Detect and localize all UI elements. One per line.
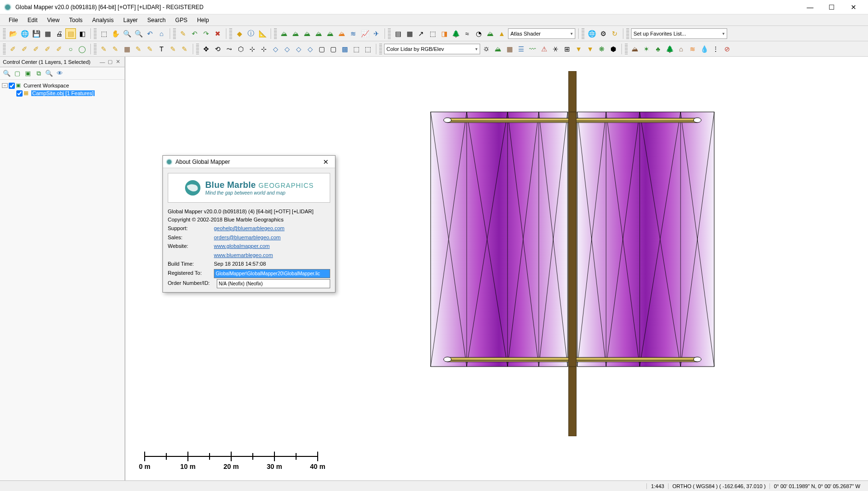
- toolbar-grip[interactable]: [3, 28, 6, 39]
- lidar7-icon[interactable]: ⚹: [550, 44, 561, 54]
- cc-group-icon[interactable]: ▣: [23, 69, 33, 78]
- lidar9-icon[interactable]: ❋: [596, 44, 607, 54]
- terrain1-icon[interactable]: ⛰: [279, 28, 289, 39]
- filter1-icon[interactable]: ▼: [573, 44, 584, 54]
- terrain3-icon[interactable]: ⛰: [302, 28, 312, 39]
- class7-icon[interactable]: 💧: [699, 44, 709, 54]
- tree-layer-item[interactable]: − ▦ CampSite.obj [1 Features]: [2, 89, 123, 97]
- about-close-button[interactable]: ✕: [320, 156, 332, 168]
- lidar10-icon[interactable]: ⬢: [608, 44, 619, 54]
- grid2-icon[interactable]: ▦: [404, 28, 415, 39]
- tree-checkbox[interactable]: [16, 90, 23, 97]
- about-website-link2[interactable]: www.bluemarblegeo.com: [214, 251, 273, 259]
- select1-icon[interactable]: ◇: [270, 44, 281, 54]
- class2-icon[interactable]: ✶: [641, 44, 652, 54]
- projection-icon[interactable]: ◧: [77, 28, 87, 39]
- edit6-icon[interactable]: ✎: [179, 44, 190, 54]
- lidar4-icon[interactable]: ☰: [516, 44, 526, 54]
- open-icon[interactable]: 📂: [8, 28, 18, 39]
- configure-icon[interactable]: ▤: [65, 28, 76, 39]
- terrain4-icon[interactable]: ⛰: [313, 28, 324, 39]
- refresh-icon[interactable]: ↻: [609, 28, 620, 39]
- class9-icon[interactable]: ⊘: [722, 44, 732, 54]
- toolbar-grip[interactable]: [625, 44, 628, 54]
- class4-icon[interactable]: 🌲: [664, 44, 675, 54]
- draw-line-icon[interactable]: ✐: [19, 44, 30, 54]
- toolbar-grip[interactable]: [379, 44, 382, 54]
- toolbar-grip[interactable]: [94, 44, 97, 54]
- edit5-icon[interactable]: ✎: [168, 44, 178, 54]
- menu-gps[interactable]: GPS: [171, 15, 192, 25]
- toolbar-grip[interactable]: [229, 28, 232, 39]
- rotate-icon[interactable]: ⟲: [212, 44, 223, 54]
- plane-icon[interactable]: ✈: [371, 28, 382, 39]
- lidar3-icon[interactable]: ▦: [504, 44, 515, 54]
- text-icon[interactable]: T: [156, 44, 167, 54]
- home-icon[interactable]: ⌂: [156, 28, 167, 39]
- menu-view[interactable]: View: [42, 15, 64, 25]
- globe2-icon[interactable]: 🌐: [586, 28, 597, 39]
- waves-icon[interactable]: ≈: [462, 28, 472, 39]
- info-icon[interactable]: ⓘ: [246, 28, 256, 39]
- draw-point-icon[interactable]: ✐: [8, 44, 18, 54]
- class6-icon[interactable]: ≋: [687, 44, 698, 54]
- gear-icon[interactable]: ⚙: [598, 28, 608, 39]
- shader-icon[interactable]: ▲: [496, 28, 507, 39]
- crop1-icon[interactable]: ⬚: [351, 44, 361, 54]
- draw-area-icon[interactable]: ✐: [31, 44, 41, 54]
- draw-trace-icon[interactable]: ✐: [42, 44, 53, 54]
- tree-expander-icon[interactable]: −: [2, 83, 8, 88]
- contour-icon[interactable]: ⛰: [485, 28, 496, 39]
- select2-icon[interactable]: ◇: [282, 44, 292, 54]
- grid1-icon[interactable]: ▤: [393, 28, 403, 39]
- zoom-out-icon[interactable]: 🔍: [133, 28, 144, 39]
- select4-icon[interactable]: ◇: [305, 44, 315, 54]
- about-website-link1[interactable]: www.globalmapper.com: [214, 242, 270, 250]
- cc-copy-icon[interactable]: ⧉: [34, 69, 43, 78]
- undo-icon[interactable]: ↶: [189, 28, 200, 39]
- terrain5-icon[interactable]: ⛰: [325, 28, 335, 39]
- toolbar-grip[interactable]: [196, 44, 199, 54]
- window-icon[interactable]: ⬚: [427, 28, 438, 39]
- print-icon[interactable]: 🖨: [54, 28, 64, 39]
- class8-icon[interactable]: ⋮: [710, 44, 721, 54]
- grid-edit-icon[interactable]: ▦: [122, 44, 132, 54]
- menu-help[interactable]: Help: [192, 15, 214, 25]
- box1-icon[interactable]: ▢: [316, 44, 327, 54]
- move-icon[interactable]: ✥: [201, 44, 211, 54]
- draw-ellipse-icon[interactable]: ◯: [77, 44, 87, 54]
- menu-analysis[interactable]: Analysis: [87, 15, 119, 25]
- box2-icon[interactable]: ▢: [328, 44, 338, 54]
- select3-icon[interactable]: ◇: [293, 44, 304, 54]
- tree-root[interactable]: − ▣ Current Workspace: [2, 82, 123, 89]
- highlight-icon[interactable]: ◆: [234, 28, 245, 39]
- draw-free-icon[interactable]: ✐: [54, 44, 64, 54]
- cc-zoom-icon[interactable]: 🔍: [2, 69, 12, 78]
- mesh-icon[interactable]: ▩: [339, 44, 350, 54]
- toolbar-grip[interactable]: [274, 28, 277, 39]
- redo-icon[interactable]: ↷: [201, 28, 211, 39]
- pencil-icon[interactable]: ✎: [178, 28, 188, 39]
- tree-icon[interactable]: 🌲: [450, 28, 461, 39]
- lidar-combo[interactable]: Color Lidar by RGB/Elev: [384, 44, 480, 54]
- snap1-icon[interactable]: ⊹: [247, 44, 258, 54]
- delete-icon[interactable]: ✖: [212, 28, 223, 39]
- lidar8-icon[interactable]: ⊞: [562, 44, 572, 54]
- vertex-icon[interactable]: ⬡: [236, 44, 246, 54]
- toolbar-grip[interactable]: [388, 28, 391, 39]
- toolbar-grip[interactable]: [626, 28, 629, 39]
- snap2-icon[interactable]: ⊹: [259, 44, 269, 54]
- favorites-combo[interactable]: Set up Favorites List...: [631, 28, 727, 39]
- about-sales-link[interactable]: orders@bluemarblegeo.com: [214, 233, 281, 242]
- save-icon[interactable]: 💾: [31, 28, 41, 39]
- filter2-icon[interactable]: ▼: [585, 44, 595, 54]
- panel-pin-icon[interactable]: ▢: [106, 58, 114, 66]
- class3-icon[interactable]: ♣: [653, 44, 663, 54]
- panel-minimize-icon[interactable]: —: [99, 58, 106, 66]
- cc-add-icon[interactable]: ▢: [12, 69, 22, 78]
- layout-icon[interactable]: ▦: [42, 28, 53, 39]
- menu-search[interactable]: Search: [143, 15, 171, 25]
- layer-tree[interactable]: − ▣ Current Workspace − ▦ CampSite.obj […: [0, 80, 124, 480]
- cc-find-icon[interactable]: 🔍: [44, 69, 54, 78]
- export-icon[interactable]: ↗: [416, 28, 426, 39]
